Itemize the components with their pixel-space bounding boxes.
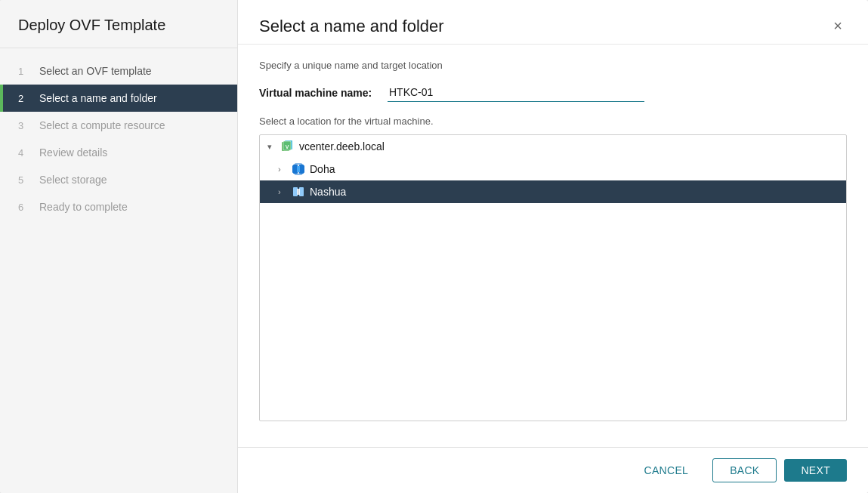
step-3[interactable]: 3 Select a compute resource bbox=[0, 112, 237, 139]
vm-name-input[interactable] bbox=[388, 83, 644, 102]
tree-doha[interactable]: › bbox=[260, 158, 846, 180]
vcenter-label: vcenter.deeb.local bbox=[299, 140, 385, 153]
step-6[interactable]: 6 Ready to complete bbox=[0, 193, 237, 220]
content-header: Select a name and folder × bbox=[238, 0, 868, 45]
sidebar: Deploy OVF Template 1 Select an OVF temp… bbox=[0, 0, 238, 493]
step-1[interactable]: 1 Select an OVF template bbox=[0, 57, 237, 85]
chevron-right-nashua-icon: › bbox=[278, 187, 289, 196]
step-2-label: Select a name and folder bbox=[39, 92, 157, 104]
step-2[interactable]: 2 Select a name and folder bbox=[0, 85, 237, 112]
content-title: Select a name and folder bbox=[259, 17, 444, 36]
step-5-number: 5 bbox=[18, 174, 32, 186]
datacenter-nashua-icon bbox=[292, 185, 305, 199]
sidebar-steps: 1 Select an OVF template 2 Select a name… bbox=[0, 48, 237, 230]
dialog-body: Deploy OVF Template 1 Select an OVF temp… bbox=[0, 0, 868, 493]
content-body: Specify a unique name and target locatio… bbox=[238, 45, 868, 447]
sidebar-title: Deploy OVF Template bbox=[0, 0, 237, 48]
svg-rect-13 bbox=[297, 166, 300, 172]
step-5[interactable]: 5 Select storage bbox=[0, 166, 237, 193]
tree-nashua[interactable]: › Nashua bbox=[260, 180, 846, 203]
nashua-label: Nashua bbox=[310, 186, 346, 198]
deploy-ovf-dialog: Deploy OVF Template 1 Select an OVF temp… bbox=[0, 0, 868, 493]
subtitle: Specify a unique name and target locatio… bbox=[259, 60, 847, 71]
step-1-label: Select an OVF template bbox=[39, 65, 152, 77]
location-label: Select a location for the virtual machin… bbox=[259, 116, 847, 127]
tree-root[interactable]: ▾ V vcenter.deeb.local bbox=[260, 135, 846, 158]
step-1-number: 1 bbox=[18, 66, 32, 77]
next-button[interactable]: NEXT bbox=[784, 459, 847, 482]
tree-container: ▾ V vcenter.deeb.local bbox=[259, 134, 847, 421]
doha-label: Doha bbox=[310, 163, 335, 175]
back-button[interactable]: BACK bbox=[712, 458, 777, 482]
vm-name-label: Virtual machine name: bbox=[259, 87, 388, 99]
vcenter-icon: V bbox=[281, 140, 295, 153]
close-button[interactable]: × bbox=[829, 17, 847, 35]
dialog-footer: CANCEL BACK NEXT bbox=[238, 447, 868, 493]
datacenter-doha-icon bbox=[292, 162, 305, 176]
step-4[interactable]: 4 Review details bbox=[0, 139, 237, 166]
vm-name-row: Virtual machine name: bbox=[259, 83, 847, 102]
step-4-number: 4 bbox=[18, 147, 32, 159]
step-6-label: Ready to complete bbox=[39, 201, 128, 213]
step-6-number: 6 bbox=[18, 202, 32, 213]
step-2-number: 2 bbox=[18, 93, 32, 104]
chevron-right-icon: › bbox=[278, 165, 289, 174]
svg-rect-16 bbox=[297, 189, 300, 195]
chevron-down-icon: ▾ bbox=[267, 142, 278, 152]
step-4-label: Review details bbox=[39, 146, 107, 159]
cancel-button[interactable]: CANCEL bbox=[628, 459, 706, 482]
step-3-number: 3 bbox=[18, 120, 32, 131]
svg-text:V: V bbox=[286, 144, 289, 149]
step-3-label: Select a compute resource bbox=[39, 119, 165, 131]
main-content: Select a name and folder × Specify a uni… bbox=[238, 0, 868, 493]
step-5-label: Select storage bbox=[39, 174, 107, 186]
